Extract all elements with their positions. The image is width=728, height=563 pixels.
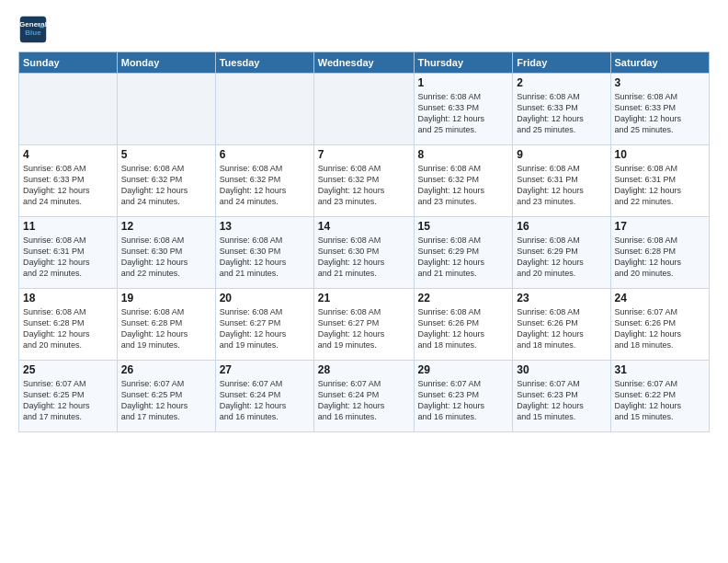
day-cell <box>313 74 414 145</box>
logo-icon: General Blue <box>18 15 48 44</box>
week-row-1: 1Sunrise: 6:08 AMSunset: 6:33 PMDaylight… <box>19 74 710 145</box>
weekday-tuesday: Tuesday <box>215 52 313 74</box>
day-cell: 5Sunrise: 6:08 AMSunset: 6:32 PMDaylight… <box>117 145 215 217</box>
day-number: 30 <box>517 363 606 376</box>
day-cell: 19Sunrise: 6:08 AMSunset: 6:28 PMDayligh… <box>117 289 215 361</box>
weekday-wednesday: Wednesday <box>313 52 414 74</box>
day-number: 25 <box>23 363 113 376</box>
page: General Blue SundayMondayTuesdayWednesda… <box>0 0 728 563</box>
day-info: Sunrise: 6:08 AMSunset: 6:28 PMDaylight:… <box>23 306 113 351</box>
day-info: Sunrise: 6:08 AMSunset: 6:31 PMDaylight:… <box>615 163 705 208</box>
day-cell <box>215 74 313 145</box>
header: General Blue <box>18 15 710 44</box>
day-cell: 9Sunrise: 6:08 AMSunset: 6:31 PMDaylight… <box>513 145 610 217</box>
day-number: 19 <box>121 292 211 304</box>
day-number: 29 <box>418 363 509 376</box>
day-info: Sunrise: 6:08 AMSunset: 6:32 PMDaylight:… <box>418 163 509 208</box>
day-cell: 31Sunrise: 6:07 AMSunset: 6:22 PMDayligh… <box>610 361 709 432</box>
day-info: Sunrise: 6:08 AMSunset: 6:26 PMDaylight:… <box>517 306 606 351</box>
day-number: 9 <box>517 148 606 161</box>
day-info: Sunrise: 6:08 AMSunset: 6:32 PMDaylight:… <box>220 163 310 208</box>
day-info: Sunrise: 6:08 AMSunset: 6:28 PMDaylight:… <box>121 306 211 351</box>
day-info: Sunrise: 6:08 AMSunset: 6:33 PMDaylight:… <box>517 91 606 136</box>
weekday-saturday: Saturday <box>610 52 709 74</box>
day-cell: 24Sunrise: 6:07 AMSunset: 6:26 PMDayligh… <box>610 289 709 361</box>
day-cell: 6Sunrise: 6:08 AMSunset: 6:32 PMDaylight… <box>215 145 313 217</box>
day-number: 24 <box>615 292 705 304</box>
logo: General Blue <box>18 15 48 44</box>
weekday-header-row: SundayMondayTuesdayWednesdayThursdayFrid… <box>19 52 710 74</box>
day-cell: 27Sunrise: 6:07 AMSunset: 6:24 PMDayligh… <box>215 361 313 432</box>
day-cell: 21Sunrise: 6:08 AMSunset: 6:27 PMDayligh… <box>313 289 414 361</box>
week-row-2: 4Sunrise: 6:08 AMSunset: 6:33 PMDaylight… <box>19 145 710 217</box>
day-cell: 25Sunrise: 6:07 AMSunset: 6:25 PMDayligh… <box>19 361 118 432</box>
day-info: Sunrise: 6:07 AMSunset: 6:24 PMDaylight:… <box>220 378 310 423</box>
day-info: Sunrise: 6:07 AMSunset: 6:24 PMDaylight:… <box>318 378 410 423</box>
day-cell: 7Sunrise: 6:08 AMSunset: 6:32 PMDaylight… <box>313 145 414 217</box>
calendar-table: SundayMondayTuesdayWednesdayThursdayFrid… <box>18 52 710 432</box>
day-number: 21 <box>318 292 410 304</box>
day-info: Sunrise: 6:08 AMSunset: 6:27 PMDaylight:… <box>318 306 410 351</box>
day-number: 22 <box>418 292 509 304</box>
day-cell <box>19 74 118 145</box>
day-info: Sunrise: 6:07 AMSunset: 6:26 PMDaylight:… <box>615 306 705 351</box>
weekday-monday: Monday <box>117 52 215 74</box>
day-number: 3 <box>615 76 705 89</box>
weekday-thursday: Thursday <box>414 52 513 74</box>
day-number: 12 <box>121 220 211 233</box>
day-number: 28 <box>318 363 410 376</box>
day-cell: 26Sunrise: 6:07 AMSunset: 6:25 PMDayligh… <box>117 361 215 432</box>
day-number: 16 <box>517 220 606 233</box>
day-cell: 4Sunrise: 6:08 AMSunset: 6:33 PMDaylight… <box>19 145 118 217</box>
weekday-friday: Friday <box>513 52 610 74</box>
day-cell: 30Sunrise: 6:07 AMSunset: 6:23 PMDayligh… <box>513 361 610 432</box>
day-info: Sunrise: 6:07 AMSunset: 6:22 PMDaylight:… <box>615 378 705 423</box>
day-info: Sunrise: 6:07 AMSunset: 6:23 PMDaylight:… <box>418 378 509 423</box>
day-info: Sunrise: 6:08 AMSunset: 6:33 PMDaylight:… <box>615 91 705 136</box>
week-row-3: 11Sunrise: 6:08 AMSunset: 6:31 PMDayligh… <box>19 217 710 289</box>
week-row-4: 18Sunrise: 6:08 AMSunset: 6:28 PMDayligh… <box>19 289 710 361</box>
day-cell: 20Sunrise: 6:08 AMSunset: 6:27 PMDayligh… <box>215 289 313 361</box>
day-info: Sunrise: 6:07 AMSunset: 6:25 PMDaylight:… <box>23 378 113 423</box>
day-number: 13 <box>220 220 310 233</box>
day-info: Sunrise: 6:08 AMSunset: 6:26 PMDaylight:… <box>418 306 509 351</box>
day-cell: 22Sunrise: 6:08 AMSunset: 6:26 PMDayligh… <box>414 289 513 361</box>
day-number: 2 <box>517 76 606 89</box>
day-cell: 17Sunrise: 6:08 AMSunset: 6:28 PMDayligh… <box>610 217 709 289</box>
day-info: Sunrise: 6:08 AMSunset: 6:31 PMDaylight:… <box>23 235 113 280</box>
day-number: 5 <box>121 148 211 161</box>
day-number: 23 <box>517 292 606 304</box>
day-info: Sunrise: 6:08 AMSunset: 6:30 PMDaylight:… <box>220 235 310 280</box>
day-info: Sunrise: 6:08 AMSunset: 6:27 PMDaylight:… <box>220 306 310 351</box>
day-cell: 16Sunrise: 6:08 AMSunset: 6:29 PMDayligh… <box>513 217 610 289</box>
day-number: 15 <box>418 220 509 233</box>
day-cell: 10Sunrise: 6:08 AMSunset: 6:31 PMDayligh… <box>610 145 709 217</box>
day-cell: 13Sunrise: 6:08 AMSunset: 6:30 PMDayligh… <box>215 217 313 289</box>
day-info: Sunrise: 6:07 AMSunset: 6:25 PMDaylight:… <box>121 378 211 423</box>
day-cell: 18Sunrise: 6:08 AMSunset: 6:28 PMDayligh… <box>19 289 118 361</box>
day-info: Sunrise: 6:07 AMSunset: 6:23 PMDaylight:… <box>517 378 606 423</box>
day-number: 17 <box>615 220 705 233</box>
day-info: Sunrise: 6:08 AMSunset: 6:32 PMDaylight:… <box>318 163 410 208</box>
day-number: 27 <box>220 363 310 376</box>
day-info: Sunrise: 6:08 AMSunset: 6:30 PMDaylight:… <box>318 235 410 280</box>
day-number: 7 <box>318 148 410 161</box>
day-cell: 28Sunrise: 6:07 AMSunset: 6:24 PMDayligh… <box>313 361 414 432</box>
day-cell <box>117 74 215 145</box>
day-info: Sunrise: 6:08 AMSunset: 6:29 PMDaylight:… <box>418 235 509 280</box>
day-number: 11 <box>23 220 113 233</box>
day-cell: 1Sunrise: 6:08 AMSunset: 6:33 PMDaylight… <box>414 74 513 145</box>
day-cell: 3Sunrise: 6:08 AMSunset: 6:33 PMDaylight… <box>610 74 709 145</box>
day-cell: 12Sunrise: 6:08 AMSunset: 6:30 PMDayligh… <box>117 217 215 289</box>
day-number: 20 <box>220 292 310 304</box>
day-info: Sunrise: 6:08 AMSunset: 6:32 PMDaylight:… <box>121 163 211 208</box>
weekday-sunday: Sunday <box>19 52 118 74</box>
day-info: Sunrise: 6:08 AMSunset: 6:29 PMDaylight:… <box>517 235 606 280</box>
day-number: 4 <box>23 148 113 161</box>
day-info: Sunrise: 6:08 AMSunset: 6:33 PMDaylight:… <box>418 91 509 136</box>
day-info: Sunrise: 6:08 AMSunset: 6:33 PMDaylight:… <box>23 163 113 208</box>
day-number: 6 <box>220 148 310 161</box>
day-number: 18 <box>23 292 113 304</box>
day-info: Sunrise: 6:08 AMSunset: 6:28 PMDaylight:… <box>615 235 705 280</box>
day-cell: 15Sunrise: 6:08 AMSunset: 6:29 PMDayligh… <box>414 217 513 289</box>
